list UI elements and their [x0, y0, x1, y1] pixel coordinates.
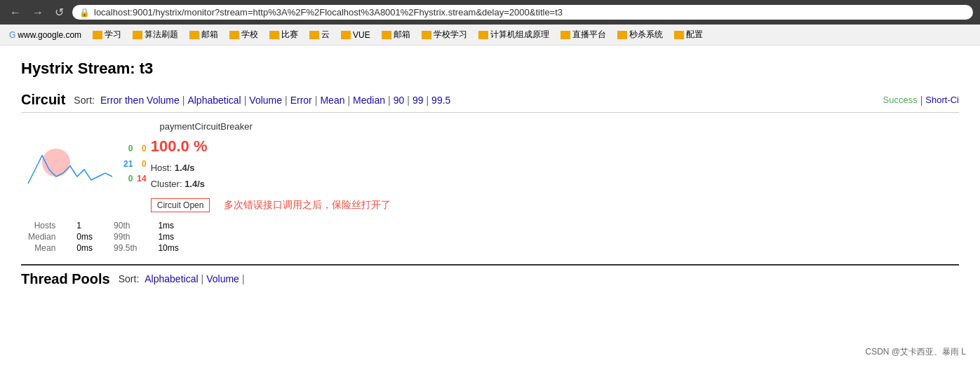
- tp-sort-volume[interactable]: Volume: [206, 273, 239, 284]
- thread-pools-sort-links: Alphabetical | Volume |: [145, 273, 244, 284]
- sort-99[interactable]: 99: [412, 95, 424, 106]
- bookmark-2[interactable]: 算法刷题: [129, 27, 182, 42]
- bookmark-2-label: 算法刷题: [145, 29, 178, 41]
- thread-pools-sort-label: Sort:: [119, 273, 140, 284]
- bookmark-4[interactable]: 学校: [226, 27, 262, 42]
- refresh-button[interactable]: ↺: [52, 4, 67, 20]
- bookmark-3-label: 邮箱: [201, 29, 218, 41]
- address-bar[interactable]: 🔒 localhost:9001/hystrix/monitor?stream=…: [72, 5, 973, 20]
- success-link[interactable]: Success: [883, 95, 918, 106]
- sort-error[interactable]: Error: [290, 95, 312, 106]
- p99-val: 1ms: [158, 232, 178, 242]
- bookmark-11[interactable]: 直播平台: [557, 27, 610, 42]
- median-val: 0ms: [76, 232, 93, 242]
- mean-label: Mean: [28, 243, 55, 253]
- stat-r1: 0: [142, 142, 147, 157]
- bookmark-4-label: 学校: [241, 29, 258, 41]
- bookmark-folder-icon: [422, 31, 431, 39]
- host-value: 1.4/s: [175, 163, 195, 173]
- circuit-sort-label: Sort:: [74, 95, 95, 106]
- bookmark-folder-icon: [478, 31, 488, 39]
- bookmark-5[interactable]: 比赛: [266, 27, 302, 42]
- circuit-open-badge: Circuit Open: [151, 198, 210, 212]
- bookmark-5-label: 比赛: [281, 29, 298, 41]
- bookmarks-bar: G www.google.com 学习 算法刷题 邮箱 学校 比赛 云 VUE …: [0, 25, 980, 46]
- bookmark-7-label: VUE: [353, 30, 370, 40]
- circuit-annotation: 多次错误接口调用之后，保险丝打开了: [224, 199, 391, 212]
- bookmark-google-label: www.google.com: [18, 30, 81, 40]
- browser-chrome: ← → ↺ 🔒 localhost:9001/hystrix/monitor?s…: [0, 0, 980, 25]
- bottom-vals-col1: 1 0ms 0ms: [76, 221, 93, 253]
- bookmark-13-label: 配置: [686, 29, 703, 41]
- stats-left: 0 21 0: [123, 142, 133, 187]
- bookmark-8-label: 邮箱: [394, 29, 410, 41]
- sort-volume[interactable]: Volume: [249, 95, 282, 106]
- google-icon: G: [9, 30, 15, 40]
- sort-99-5[interactable]: 99.5: [431, 95, 450, 106]
- bookmark-folder-icon: [93, 31, 102, 39]
- bookmark-12[interactable]: 秒杀系统: [614, 27, 666, 42]
- bottom-stats: Hosts Median Mean 1 0ms 0ms 90th 99th 99…: [28, 221, 391, 253]
- forward-button[interactable]: →: [29, 5, 46, 20]
- circuit-card-body: 0 21 0 0 0 14 100.0 % Host: 1.4/: [21, 135, 391, 215]
- thread-pools-header: Thread Pools Sort: Alphabetical | Volume…: [21, 271, 959, 287]
- sort-alphabetical[interactable]: Alphabetical: [187, 95, 241, 106]
- bookmark-folder-icon: [309, 31, 319, 39]
- bookmark-6-label: 云: [321, 29, 330, 41]
- circuit-chart: [21, 135, 119, 198]
- bookmark-folder-icon: [674, 31, 684, 39]
- sort-mean[interactable]: Mean: [320, 95, 344, 106]
- url-text: localhost:9001/hystrix/monitor?stream=ht…: [94, 7, 563, 18]
- thread-pools-section: Thread Pools Sort: Alphabetical | Volume…: [21, 264, 959, 287]
- bookmark-folder-icon: [229, 31, 239, 39]
- stat-total: 21: [123, 157, 133, 172]
- host-line: Host: 1.4/s: [151, 160, 391, 176]
- host-info: Host: 1.4/s Cluster: 1.4/s: [151, 160, 391, 193]
- circuit-sort-links: Error then Volume | Alphabetical | Volum…: [100, 95, 450, 106]
- p99-5-val: 10ms: [158, 243, 178, 253]
- stats-right: 0 0 14: [137, 142, 146, 187]
- bookmark-folder-icon: [382, 31, 391, 39]
- bookmark-10[interactable]: 计算机组成原理: [475, 27, 553, 42]
- circuit-right-links: Success | Short-Ci: [883, 95, 959, 106]
- bookmark-13[interactable]: 配置: [671, 27, 706, 42]
- sort-median[interactable]: Median: [353, 95, 385, 106]
- lock-icon: 🔒: [79, 8, 90, 18]
- bookmark-1[interactable]: 学习: [89, 27, 125, 42]
- p99-label: 99th: [114, 232, 137, 242]
- bookmark-folder-icon: [189, 31, 199, 39]
- bookmark-folder-icon: [269, 31, 279, 39]
- error-rate: 100.0 %: [151, 137, 391, 156]
- bookmark-8[interactable]: 邮箱: [378, 27, 414, 42]
- hosts-label: Hosts: [28, 221, 55, 230]
- circuit-section-label: Circuit: [21, 92, 65, 108]
- stat-r3: 14: [137, 172, 146, 187]
- page-content: Hystrix Stream: t3 Circuit Sort: Error t…: [0, 46, 980, 301]
- bookmark-folder-icon: [561, 31, 570, 39]
- circuit-card-container: paymentCircuitBreaker 0 21 0: [21, 121, 959, 253]
- bookmark-12-label: 秒杀系统: [629, 29, 663, 41]
- circuit-open-row: Circuit Open 多次错误接口调用之后，保险丝打开了: [151, 195, 391, 215]
- sort-90[interactable]: 90: [394, 95, 405, 106]
- back-button[interactable]: ←: [7, 5, 24, 20]
- p90-label: 90th: [114, 221, 137, 230]
- sort-error-then-volume[interactable]: Error then Volume: [100, 95, 180, 106]
- median-label: Median: [28, 232, 55, 242]
- bookmark-folder-icon: [617, 31, 627, 39]
- p90-val: 1ms: [158, 221, 178, 230]
- circuit-info: 100.0 % Host: 1.4/s Cluster: 1.4/s Circu…: [151, 137, 391, 215]
- bookmark-9[interactable]: 学校学习: [418, 27, 471, 42]
- bookmark-folder-icon: [133, 31, 142, 39]
- cluster-line: Cluster: 1.4/s: [151, 176, 391, 192]
- bookmark-7[interactable]: VUE: [337, 29, 374, 41]
- circuit-card: paymentCircuitBreaker 0 21 0: [21, 121, 391, 253]
- bottom-col2: 90th 99th 99.5th: [114, 221, 137, 253]
- bookmark-google[interactable]: G www.google.com: [6, 29, 85, 41]
- thread-pools-label: Thread Pools: [21, 271, 110, 287]
- bookmark-3[interactable]: 邮箱: [186, 27, 222, 42]
- short-ci-link[interactable]: Short-Ci: [925, 95, 959, 106]
- bookmark-6[interactable]: 云: [306, 27, 333, 42]
- tp-sort-alphabetical[interactable]: Alphabetical: [145, 273, 198, 284]
- bookmark-11-label: 直播平台: [572, 29, 606, 41]
- bookmark-1-label: 学习: [105, 29, 121, 41]
